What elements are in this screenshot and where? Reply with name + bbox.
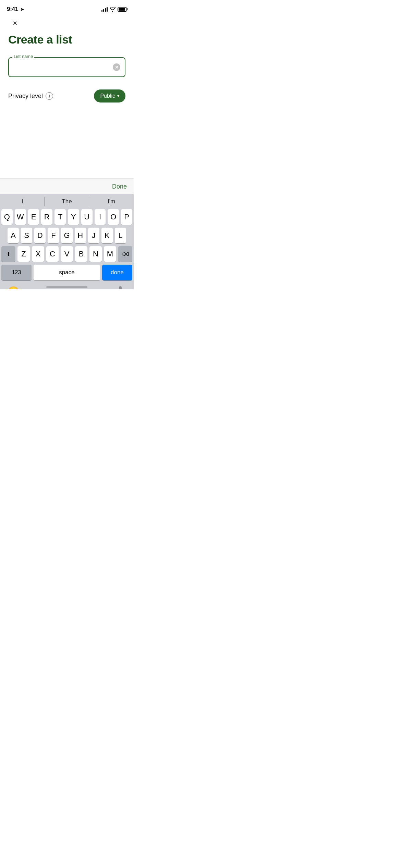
predictive-item-2[interactable]: The (45, 194, 89, 209)
status-icons (101, 7, 127, 12)
clear-icon: ✕ (113, 63, 120, 71)
divider (0, 178, 134, 179)
privacy-value: Public (100, 93, 115, 99)
key-k[interactable]: K (101, 228, 113, 243)
key-row-2: A S D F G H J K L (1, 228, 132, 243)
key-i[interactable]: I (95, 209, 106, 225)
key-q[interactable]: Q (1, 209, 13, 225)
predictive-text-bar: I The I'm (0, 194, 134, 209)
wifi-icon (110, 7, 116, 12)
numbers-key[interactable]: 123 (1, 265, 32, 280)
key-o[interactable]: O (108, 209, 119, 225)
list-name-label: List name (12, 54, 34, 59)
key-d[interactable]: D (34, 228, 46, 243)
done-button[interactable]: Done (112, 183, 127, 190)
mic-button[interactable] (114, 285, 127, 289)
privacy-dropdown-button[interactable]: Public ▾ (94, 89, 125, 103)
key-e[interactable]: E (28, 209, 39, 225)
key-t[interactable]: T (54, 209, 66, 225)
keyboard-accessory-row: 🙂 (0, 282, 134, 289)
predictive-item-3[interactable]: I'm (89, 194, 134, 209)
privacy-info-icon[interactable]: i (46, 92, 53, 100)
clear-input-button[interactable]: ✕ (112, 63, 121, 71)
key-y[interactable]: Y (68, 209, 79, 225)
battery-icon (118, 7, 127, 12)
home-indicator (46, 286, 87, 288)
svg-rect-0 (119, 286, 122, 289)
key-v[interactable]: V (61, 246, 73, 262)
keyboard-rows: Q W E R T Y U I O P A S D F G H J K L ⬆ … (0, 209, 134, 262)
main-content: × Create a list List name ✕ Privacy leve… (0, 16, 134, 103)
key-h[interactable]: H (75, 228, 86, 243)
key-m[interactable]: M (104, 246, 116, 262)
list-name-input[interactable] (8, 57, 125, 77)
space-key[interactable]: space (34, 265, 100, 280)
close-icon: × (13, 20, 17, 27)
list-name-field-container: List name ✕ (8, 57, 125, 77)
key-u[interactable]: U (81, 209, 93, 225)
key-n[interactable]: N (89, 246, 102, 262)
key-r[interactable]: R (41, 209, 52, 225)
status-bar: 9:41 ➤ (0, 0, 134, 16)
shift-key[interactable]: ⬆ (1, 246, 15, 262)
delete-key[interactable]: ⌫ (118, 246, 132, 262)
key-j[interactable]: J (88, 228, 99, 243)
keyboard-done-key[interactable]: done (102, 265, 132, 280)
close-button[interactable]: × (8, 16, 22, 30)
keyboard: I The I'm Q W E R T Y U I O P A S D F G (0, 194, 134, 289)
key-b[interactable]: B (75, 246, 87, 262)
status-time: 9:41 ➤ (7, 6, 24, 13)
key-w[interactable]: W (15, 209, 26, 225)
signal-icon (101, 7, 108, 12)
dropdown-arrow-icon: ▾ (117, 94, 119, 98)
location-arrow-icon: ➤ (20, 7, 24, 12)
page-title: Create a list (8, 33, 125, 46)
privacy-label-group: Privacy level i (8, 92, 53, 100)
keyboard-bottom-row: 123 space done (0, 265, 134, 280)
emoji-button[interactable]: 🙂 (7, 285, 20, 289)
privacy-label: Privacy level (8, 93, 43, 100)
key-row-3: ⬆ Z X C V B N M ⌫ (1, 246, 132, 262)
key-l[interactable]: L (115, 228, 126, 243)
key-p[interactable]: P (121, 209, 132, 225)
key-x[interactable]: X (32, 246, 44, 262)
key-z[interactable]: Z (17, 246, 30, 262)
key-s[interactable]: S (21, 228, 32, 243)
done-bar: Done (0, 179, 134, 194)
key-a[interactable]: A (8, 228, 19, 243)
mic-icon (117, 286, 124, 289)
key-row-1: Q W E R T Y U I O P (1, 209, 132, 225)
key-g[interactable]: G (61, 228, 72, 243)
key-f[interactable]: F (48, 228, 59, 243)
key-c[interactable]: C (46, 246, 59, 262)
privacy-level-row: Privacy level i Public ▾ (8, 89, 125, 103)
predictive-item-1[interactable]: I (0, 194, 45, 209)
